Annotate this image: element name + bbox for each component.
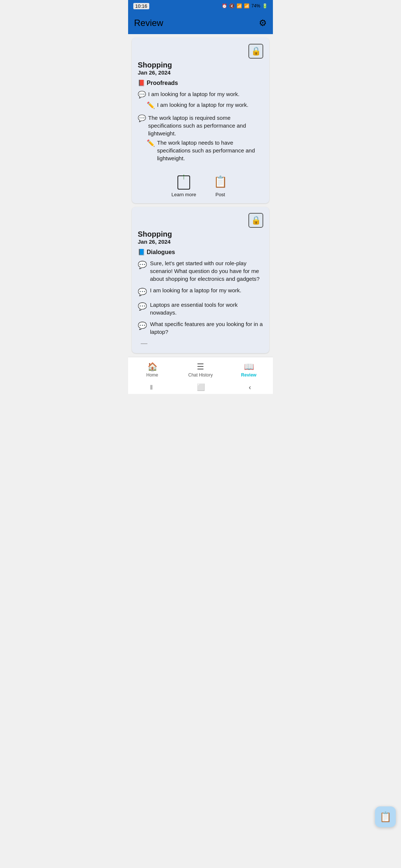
proofread-entry-2: 💬 The work laptop is required some speci… <box>138 114 263 162</box>
post-button[interactable]: 📋 Post <box>211 173 229 197</box>
nav-item-home[interactable]: 🏠 Home <box>128 362 176 378</box>
post-icon: 📋 <box>211 173 229 190</box>
pencil-icon-2: ✏️ <box>147 139 155 148</box>
pencil-icon-1: ✏️ <box>147 101 155 110</box>
more-indicator: — <box>138 339 263 347</box>
chat-icon-2: 💬 <box>138 287 147 297</box>
status-bar: 10:16 ⏰ 🔇 📶 📶 74% 🔋 <box>128 0 273 12</box>
settings-icon[interactable]: ⚙ <box>259 18 267 28</box>
speech-icon-1: 💬 <box>138 90 146 99</box>
card-date-1: Jan 26, 2024 <box>138 69 263 76</box>
corrected-text-1: ✏️ I am looking for a laptop for my work… <box>147 101 263 110</box>
card-category-1: Shopping <box>138 61 263 69</box>
lock-icon-2: 🔒 <box>248 213 263 228</box>
upload-icon: ↑ <box>176 173 191 190</box>
bottom-nav: 🏠 Home ☰ Chat History 📖 Review <box>128 357 273 381</box>
chat-icon-3: 💬 <box>138 301 147 312</box>
section-icon-2: 📘 <box>138 249 145 256</box>
chat-history-label: Chat History <box>188 372 213 378</box>
section-title-dialogues: 📘 Dialogues <box>138 249 263 256</box>
home-button-icon[interactable]: ⬜ <box>197 383 205 391</box>
nav-item-review[interactable]: 📖 Review <box>225 362 273 378</box>
battery-icon: 🔋 <box>262 3 268 9</box>
nav-item-chat-history[interactable]: ☰ Chat History <box>176 362 225 378</box>
card-header-2: Shopping Jan 26, 2024 <box>138 230 263 245</box>
status-icons: ⏰ 🔇 📶 📶 74% 🔋 <box>222 3 268 9</box>
card-dialogues: 🔒 Shopping Jan 26, 2024 📘 Dialogues 💬 Su… <box>132 207 269 353</box>
original-text-2: 💬 The work laptop is required some speci… <box>138 114 263 137</box>
card-proofreads: 🔒 Shopping Jan 26, 2024 📕 Proofreads 💬 I… <box>132 38 269 203</box>
status-time: 10:16 <box>133 3 149 9</box>
chat-icon-4: 💬 <box>138 320 147 331</box>
system-nav-bar: ⦀ ⬜ ‹ <box>128 381 273 394</box>
lock-container-1: 🔒 <box>138 44 263 59</box>
section-title-proofreads: 📕 Proofreads <box>138 79 263 86</box>
app-bar: Review ⚙ <box>128 12 273 34</box>
home-icon: 🏠 <box>147 362 157 372</box>
page-title: Review <box>134 18 163 28</box>
card-header-1: Shopping Jan 26, 2024 <box>138 61 263 76</box>
original-text-1: 💬 I am looking for a laptop for my work. <box>138 90 263 99</box>
speech-icon-2: 💬 <box>138 114 146 123</box>
card-category-2: Shopping <box>138 230 263 239</box>
post-label: Post <box>215 192 225 197</box>
battery-level: 74% <box>251 3 260 9</box>
corrected-text-2: ✏️ The work laptop needs to have specifi… <box>147 139 263 162</box>
mute-icon: 🔇 <box>229 3 235 9</box>
upload-arrow-icon: ↑ <box>182 172 186 181</box>
back-icon[interactable]: ‹ <box>249 384 251 391</box>
section-icon-1: 📕 <box>138 79 145 86</box>
signal-icon: 📶 <box>244 3 250 9</box>
lock-container-2: 🔒 <box>138 213 263 228</box>
chat-icon-1: 💬 <box>138 260 147 270</box>
main-content: 🔒 Shopping Jan 26, 2024 📕 Proofreads 💬 I… <box>128 34 273 357</box>
learn-more-button[interactable]: ↑ Learn more <box>172 173 196 197</box>
dialogue-2: 💬 I am looking for a laptop for my work. <box>138 286 263 297</box>
lock-icon-1: 🔒 <box>248 44 263 59</box>
upload-box: ↑ <box>177 175 190 190</box>
wifi-icon: 📶 <box>237 3 242 9</box>
review-label: Review <box>241 372 256 378</box>
proofread-entry-1: 💬 I am looking for a laptop for my work.… <box>138 90 263 110</box>
dialogue-1: 💬 Sure, let's get started with our role-… <box>138 259 263 283</box>
dialogue-3: 💬 Laptops are essential tools for work n… <box>138 301 263 316</box>
alarm-icon: ⏰ <box>222 3 227 9</box>
card-actions-1: ↑ Learn more 📋 Post <box>138 170 263 197</box>
review-icon: 📖 <box>244 362 254 372</box>
notepad-icon: 📋 <box>213 175 227 188</box>
learn-more-label: Learn more <box>172 192 196 197</box>
card-date-2: Jan 26, 2024 <box>138 239 263 245</box>
chat-history-icon: ☰ <box>197 362 204 372</box>
home-label: Home <box>146 372 158 378</box>
dialogue-4: 💬 What specific features are you looking… <box>138 320 263 336</box>
recent-apps-icon[interactable]: ⦀ <box>150 384 153 391</box>
